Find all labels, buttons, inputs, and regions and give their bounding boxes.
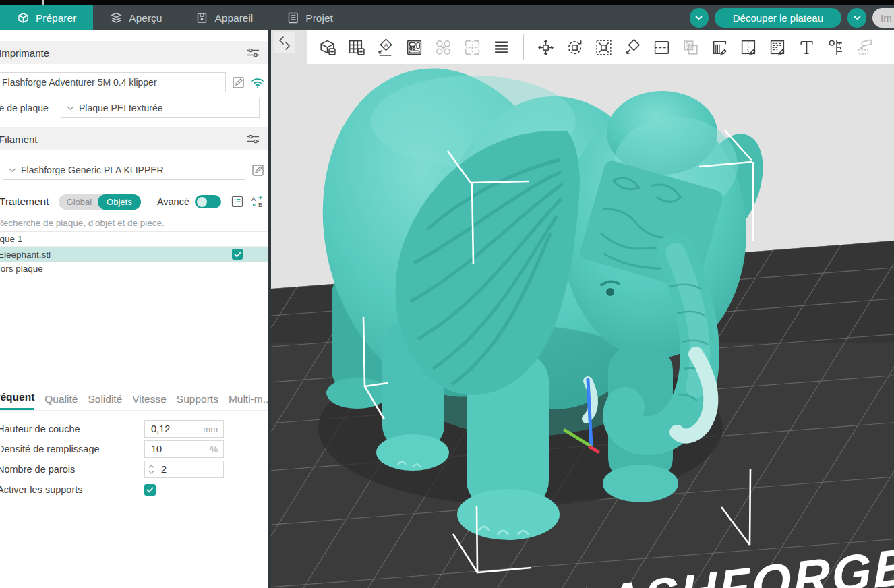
plate-type-select[interactable]: Plaque PEI texturée bbox=[61, 98, 260, 118]
chevron-down-icon bbox=[854, 16, 861, 20]
advanced-label: Avancé bbox=[157, 196, 189, 207]
slice-plate-button[interactable]: Découper le plateau bbox=[715, 8, 841, 28]
place-on-face-button[interactable] bbox=[620, 35, 645, 60]
tab-frequent[interactable]: Fréquent bbox=[0, 391, 34, 410]
filament-name: Flashforge Generic PLA KLIPPER bbox=[21, 165, 164, 175]
split-to-objects-button[interactable] bbox=[431, 35, 456, 60]
title-strip-notch bbox=[42, 0, 44, 5]
plate-type-row: Type de plaque Plaque PEI texturée bbox=[0, 98, 268, 118]
enable-supports-label: Activer les supports bbox=[0, 484, 144, 495]
layer-height-row: Hauteur de couche mm bbox=[0, 419, 268, 439]
segment-objects[interactable]: Objets bbox=[98, 194, 141, 210]
printer-select[interactable]: Flashforge Adventurer 5M 0.4 klipper bbox=[0, 72, 226, 92]
add-plate-icon bbox=[347, 38, 365, 57]
tree-row-label: Hors plaque bbox=[0, 264, 43, 274]
object-search-input[interactable] bbox=[0, 214, 268, 232]
tab-label: Appareil bbox=[214, 12, 253, 24]
infill-density-label: Densité de remplissage bbox=[0, 444, 144, 454]
tree-row-model[interactable]: Eleephant.stl bbox=[0, 247, 268, 262]
print-options-dropdown[interactable] bbox=[847, 8, 866, 28]
variable-layer-height-icon bbox=[492, 38, 510, 57]
scale-button[interactable] bbox=[591, 35, 616, 60]
rotate-button[interactable] bbox=[562, 35, 587, 60]
object-search-row bbox=[0, 214, 268, 232]
wall-loops-stepper bbox=[144, 461, 224, 478]
tab-label: Préparer bbox=[36, 12, 76, 24]
cut-icon bbox=[653, 38, 671, 57]
filament-settings-sliders-icon[interactable] bbox=[247, 133, 260, 145]
add-model-icon bbox=[318, 38, 336, 57]
wifi-icon bbox=[251, 77, 264, 88]
main-tab-bar: Préparer Aperçu Appareil Projet Découper… bbox=[0, 5, 894, 30]
project-list-icon bbox=[287, 11, 299, 24]
enable-supports-checkbox[interactable] bbox=[144, 484, 156, 496]
filament-select[interactable]: Flashforge Generic PLA KLIPPER bbox=[3, 160, 245, 180]
parameter-table-button[interactable] bbox=[231, 195, 244, 208]
check-icon bbox=[234, 252, 241, 258]
segment-global[interactable]: Global bbox=[59, 197, 98, 207]
add-model-button[interactable] bbox=[315, 35, 340, 60]
tree-row-off-plate[interactable]: Hors plaque bbox=[0, 262, 268, 276]
variable-layer-height-button[interactable] bbox=[489, 35, 514, 60]
advanced-toggle[interactable] bbox=[195, 195, 221, 208]
support-painting-button[interactable] bbox=[707, 35, 732, 60]
auto-arrange-button[interactable]: A bbox=[373, 35, 398, 60]
tab-multimaterial[interactable]: Multi-m... bbox=[229, 393, 268, 410]
tab-preview[interactable]: Aperçu bbox=[93, 5, 179, 30]
fill-plate-icon bbox=[405, 38, 423, 57]
chevron-down-icon bbox=[695, 16, 703, 20]
model-visibility-checkbox[interactable] bbox=[232, 249, 243, 260]
wall-loops-label: Nombre de parois bbox=[0, 464, 144, 475]
tab-device[interactable]: Appareil bbox=[179, 5, 270, 30]
measure-caliper-icon bbox=[827, 38, 845, 57]
edit-filament-button[interactable] bbox=[251, 164, 264, 177]
fuzzy-skin-painting-button[interactable] bbox=[765, 35, 790, 60]
layer-height-label: Hauteur de couche bbox=[0, 423, 144, 434]
split-to-objects-icon bbox=[434, 38, 452, 57]
auto-arrange-icon: A bbox=[376, 38, 394, 57]
split-to-parts-button[interactable] bbox=[460, 35, 485, 60]
fill-plate-button[interactable] bbox=[402, 35, 427, 60]
sidebar-viewport-divider bbox=[268, 30, 271, 588]
process-scope-segmented[interactable]: Global Objets bbox=[59, 194, 141, 210]
stepper-down-icon[interactable] bbox=[148, 470, 154, 474]
infill-density-input[interactable] bbox=[145, 441, 223, 457]
tab-project[interactable]: Projet bbox=[270, 5, 350, 30]
printer-settings-sliders-icon[interactable] bbox=[247, 47, 260, 59]
assembly-view-button[interactable] bbox=[852, 35, 877, 60]
printer-wifi-button[interactable] bbox=[251, 77, 264, 88]
measure-button[interactable] bbox=[823, 35, 848, 60]
tab-quality[interactable]: Qualité bbox=[44, 393, 78, 410]
tab-speed[interactable]: Vitesse bbox=[132, 393, 167, 410]
slice-options-dropdown[interactable] bbox=[690, 8, 709, 28]
seam-painting-button[interactable] bbox=[736, 35, 761, 60]
print-button-disabled[interactable]: Im bbox=[872, 8, 894, 28]
place-on-face-icon bbox=[624, 38, 642, 57]
collapse-sidebar-button[interactable] bbox=[274, 32, 295, 53]
check-icon bbox=[146, 487, 154, 493]
tab-supports[interactable]: Supports bbox=[177, 393, 218, 410]
text-shape-button[interactable] bbox=[794, 35, 819, 60]
rotate-icon bbox=[566, 38, 584, 57]
mesh-boolean-button[interactable] bbox=[678, 35, 703, 60]
plate-type-value: Plaque PEI texturée bbox=[79, 102, 163, 113]
parameter-list: Hauteur de couche mm Densité de rempliss… bbox=[0, 419, 268, 500]
edit-printer-button[interactable] bbox=[232, 76, 245, 89]
tab-label: Projet bbox=[305, 12, 333, 24]
tree-row-plate[interactable]: Plaque 1 bbox=[0, 232, 268, 247]
tab-strength[interactable]: Solidité bbox=[88, 393, 122, 410]
wall-loops-input[interactable] bbox=[145, 461, 223, 477]
compare-presets-ab-icon: AB bbox=[250, 195, 264, 208]
cut-button[interactable] bbox=[649, 35, 674, 60]
tab-prepare[interactable]: Préparer bbox=[0, 5, 93, 30]
stepper-up-icon[interactable] bbox=[148, 465, 154, 469]
add-plate-button[interactable] bbox=[344, 35, 369, 60]
assembly-view-icon bbox=[856, 38, 874, 57]
layer-height-input[interactable] bbox=[145, 421, 223, 437]
move-button[interactable] bbox=[533, 35, 558, 60]
scene-3d: FLASHFORGE bbox=[271, 30, 894, 588]
compare-presets-button[interactable]: AB bbox=[250, 195, 264, 208]
printer-section-title: Imprimante bbox=[0, 47, 49, 59]
scene-viewport[interactable]: FLASHFORGE bbox=[271, 30, 894, 588]
device-printer-icon bbox=[196, 11, 208, 24]
